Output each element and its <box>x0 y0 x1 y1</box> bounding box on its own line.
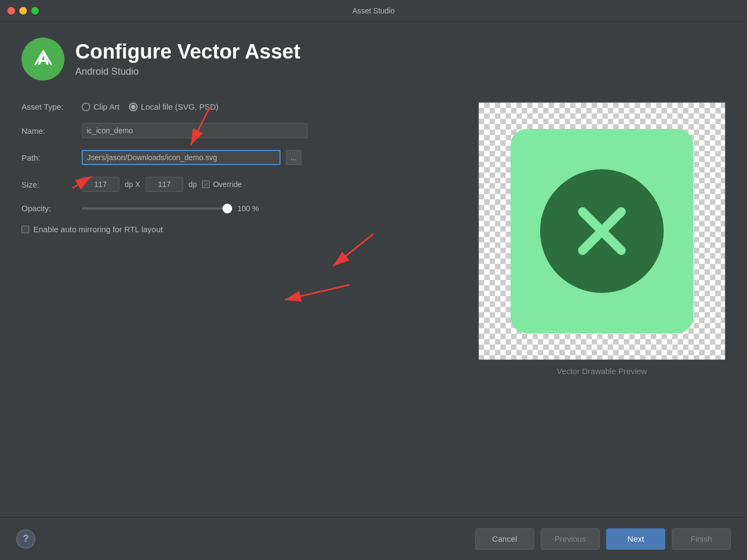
path-controls: ... <box>82 150 457 165</box>
rtl-checkbox[interactable] <box>21 226 29 233</box>
android-studio-logo: A <box>21 38 64 81</box>
logo-icon: A <box>28 45 58 74</box>
window-title: Asset Studio <box>353 6 395 15</box>
size-controls: dp X dp Override <box>82 177 457 192</box>
asset-type-label: Asset Type: <box>21 102 75 111</box>
radio-local-file[interactable]: Local file (SVG, PSD) <box>129 102 218 111</box>
preview-box <box>478 102 726 360</box>
page-subtitle: Android Studio <box>75 66 300 77</box>
path-row: Path: ... <box>21 150 457 165</box>
size-label: Size: <box>21 180 75 189</box>
preview-label: Vector Drawable Preview <box>557 367 647 376</box>
page-title: Configure Vector Asset <box>75 41 300 63</box>
maximize-button[interactable] <box>31 7 39 15</box>
form-section: Asset Type: Clip Art Local file (SVG, PS… <box>21 102 457 234</box>
opacity-row: Opacity: 100 % <box>21 204 457 213</box>
size-row: Size: dp X dp Override <box>21 177 457 192</box>
preview-inner <box>511 129 693 333</box>
rtl-label: Enable auto mirroring for RTL layout <box>33 225 163 234</box>
minimize-button[interactable] <box>19 7 27 15</box>
footer-left: ? <box>16 529 35 549</box>
browse-button[interactable]: ... <box>286 150 301 165</box>
override-checkbox-container[interactable]: Override <box>202 180 242 189</box>
close-button[interactable] <box>8 7 15 15</box>
footer: ? Cancel Previous Next Finish <box>0 517 747 560</box>
radio-clip-art-label: Clip Art <box>94 102 119 111</box>
path-input[interactable] <box>82 150 281 165</box>
dp-label-2: dp <box>189 180 197 189</box>
help-button[interactable]: ? <box>16 529 35 549</box>
opacity-slider[interactable] <box>82 207 232 210</box>
opacity-label: Opacity: <box>21 204 75 213</box>
path-label: Path: <box>21 153 75 162</box>
name-input[interactable] <box>82 123 307 138</box>
name-label: Name: <box>21 126 75 135</box>
rtl-row: Enable auto mirroring for RTL layout <box>21 225 457 234</box>
preview-section: Vector Drawable Preview <box>478 102 726 376</box>
opacity-value: 100 % <box>238 204 259 213</box>
opacity-controls: 100 % <box>82 204 457 213</box>
name-row: Name: <box>21 123 457 138</box>
radio-clip-art[interactable]: Clip Art <box>82 102 119 111</box>
form-and-preview: Asset Type: Clip Art Local file (SVG, PS… <box>21 102 726 376</box>
radio-local-file-circle <box>129 103 138 111</box>
override-checkbox[interactable] <box>202 181 210 188</box>
header: A Configure Vector Asset Android Studio <box>21 38 726 81</box>
radio-clip-art-circle <box>82 103 90 111</box>
asset-type-controls: Clip Art Local file (SVG, PSD) <box>82 102 457 111</box>
override-label: Override <box>213 180 242 189</box>
name-controls <box>82 123 457 138</box>
size-width-input[interactable] <box>82 177 119 192</box>
size-height-input[interactable] <box>146 177 183 192</box>
title-bar: Asset Studio <box>0 0 747 21</box>
radio-local-file-label: Local file (SVG, PSD) <box>141 102 218 111</box>
cancel-button[interactable]: Cancel <box>475 528 534 550</box>
finish-button[interactable]: Finish <box>672 528 731 550</box>
asset-type-row: Asset Type: Clip Art Local file (SVG, PS… <box>21 102 457 111</box>
previous-button[interactable]: Previous <box>541 528 600 550</box>
preview-circle <box>540 169 664 293</box>
window-controls <box>8 7 39 15</box>
footer-right: Cancel Previous Next Finish <box>475 528 731 550</box>
dp-label-1: dp X <box>125 180 140 189</box>
x-icon <box>570 199 634 263</box>
header-text: Configure Vector Asset Android Studio <box>75 41 300 78</box>
next-button[interactable]: Next <box>606 528 665 550</box>
main-content: A Configure Vector Asset Android Studio … <box>0 21 747 517</box>
